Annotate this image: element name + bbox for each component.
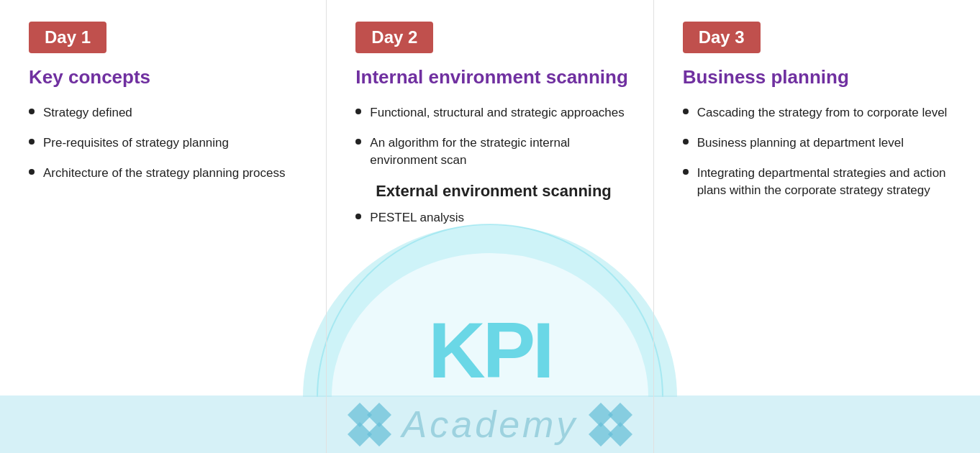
bullet-text: Functional, structural and strategic app… xyxy=(370,104,624,122)
day3-bullets: Cascading the strategy from to corporate… xyxy=(683,104,958,198)
day3-badge: Day 3 xyxy=(683,22,761,53)
bullet-dot xyxy=(355,109,361,114)
bullet-text: Cascading the strategy from to corporate… xyxy=(697,104,948,122)
day2-bullets: Functional, structural and strategic app… xyxy=(355,104,631,168)
list-item: Business planning at department level xyxy=(683,134,958,152)
day1-badge: Day 1 xyxy=(29,22,106,53)
bullet-dot xyxy=(355,139,361,145)
list-item: Strategy defined xyxy=(29,104,304,122)
list-item: An algorithm for the strategic internal … xyxy=(355,134,631,169)
list-item: Cascading the strategy from to corporate… xyxy=(683,104,958,122)
day3-title: Business planning xyxy=(683,66,958,88)
bullet-dot xyxy=(29,109,35,114)
column-day2: Day 2 Internal environment scanning Func… xyxy=(326,0,653,453)
column-day3: Day 3 Business planning Cascading the st… xyxy=(654,0,980,453)
bullet-text: Architecture of the strategy planning pr… xyxy=(43,165,285,182)
day2-bullets2: PESTEL analysis xyxy=(355,209,631,226)
list-item: Functional, structural and strategic app… xyxy=(355,104,631,122)
bullet-text: PESTEL analysis xyxy=(370,209,464,226)
day1-bullets: Strategy defined Pre-requisites of strat… xyxy=(29,104,304,181)
day1-title: Key concepts xyxy=(29,66,304,88)
bullet-text: Business planning at department level xyxy=(697,134,904,152)
bullet-text: Integrating departmental strategies and … xyxy=(697,165,958,199)
list-item: PESTEL analysis xyxy=(355,209,631,226)
main-content: Day 1 Key concepts Strategy defined Pre-… xyxy=(0,0,980,453)
bullet-text: An algorithm for the strategic internal … xyxy=(370,134,631,169)
bullet-dot xyxy=(683,169,689,175)
bullet-dot xyxy=(29,139,35,145)
list-item: Integrating departmental strategies and … xyxy=(683,165,958,199)
day2-badge: Day 2 xyxy=(355,22,433,53)
bullet-text: Strategy defined xyxy=(43,104,132,122)
column-day1: Day 1 Key concepts Strategy defined Pre-… xyxy=(0,0,326,453)
bullet-dot xyxy=(683,109,689,114)
ext-env-label: External environment scanning xyxy=(355,182,631,201)
bullet-dot xyxy=(355,214,361,219)
bullet-dot xyxy=(683,139,689,145)
list-item: Architecture of the strategy planning pr… xyxy=(29,165,304,182)
bullet-text: Pre-requisites of strategy planning xyxy=(43,134,229,152)
list-item: Pre-requisites of strategy planning xyxy=(29,134,304,152)
day2-title: Internal environment scanning xyxy=(355,66,631,88)
bullet-dot xyxy=(29,169,35,175)
